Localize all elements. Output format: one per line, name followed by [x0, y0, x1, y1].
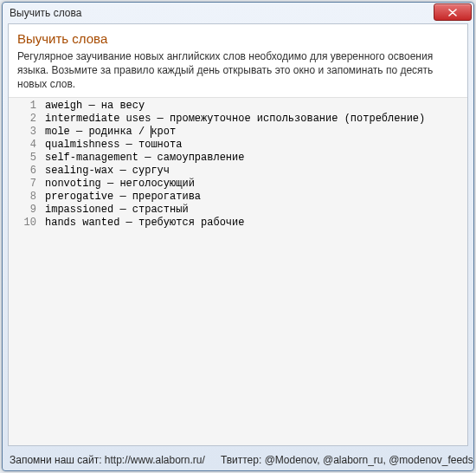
- code-line[interactable]: hands wanted — требуются рабочие: [45, 217, 464, 230]
- code-line[interactable]: sealing-wax — сургуч: [45, 165, 464, 178]
- client-area: Выучить слова Регулярное заучивание новы…: [8, 23, 468, 446]
- page-title: Выучить слова: [17, 31, 459, 46]
- line-number: 1: [10, 100, 36, 113]
- header: Выучить слова Регулярное заучивание новы…: [9, 24, 467, 98]
- line-number: 7: [10, 178, 36, 191]
- status-twitter: Твиттер: @Modenov, @alaborn_ru, @modenov…: [221, 454, 473, 466]
- close-icon: [448, 9, 457, 16]
- code-line[interactable]: intermediate uses — промежуточное исполь…: [45, 113, 464, 126]
- line-number: 9: [10, 204, 36, 217]
- code-line[interactable]: mole — родинка / крот: [45, 126, 464, 139]
- code-line[interactable]: prerogative — прерогатива: [45, 191, 464, 204]
- word-list-editor[interactable]: 12345678910 aweigh — на весуintermediate…: [9, 98, 467, 445]
- line-number: 6: [10, 165, 36, 178]
- code-line[interactable]: impassioned — страстный: [45, 204, 464, 217]
- close-button[interactable]: [434, 3, 472, 21]
- titlebar[interactable]: Выучить слова: [3, 3, 473, 23]
- code-line[interactable]: self-management — самоуправление: [45, 152, 464, 165]
- text-caret: [151, 126, 151, 138]
- page-description: Регулярное заучивание новых английских с…: [17, 49, 459, 92]
- line-number: 8: [10, 191, 36, 204]
- code-area[interactable]: aweigh — на весуintermediate uses — пром…: [42, 98, 467, 445]
- line-number: 3: [10, 126, 36, 139]
- app-window: Выучить слова Выучить слова Регулярное з…: [2, 2, 474, 471]
- line-number: 2: [10, 113, 36, 126]
- code-line[interactable]: nonvoting — неголосующий: [45, 178, 464, 191]
- code-line[interactable]: aweigh — на весу: [45, 100, 464, 113]
- code-line[interactable]: qualmishness — тошнота: [45, 139, 464, 152]
- status-site: Запомни наш сайт: http://www.alaborn.ru/: [10, 454, 205, 466]
- line-number: 10: [10, 217, 36, 230]
- window-title: Выучить слова: [10, 7, 434, 19]
- statusbar: Запомни наш сайт: http://www.alaborn.ru/…: [3, 451, 473, 470]
- line-number: 5: [10, 152, 36, 165]
- line-number-gutter: 12345678910: [9, 98, 42, 445]
- line-number: 4: [10, 139, 36, 152]
